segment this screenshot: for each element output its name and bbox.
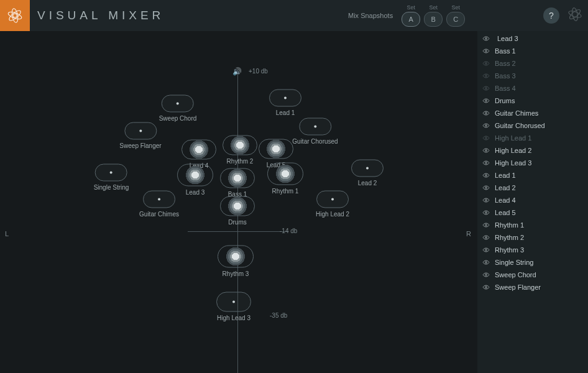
visibility-eye-icon[interactable] — [482, 85, 490, 92]
visibility-eye-icon[interactable] — [482, 172, 490, 179]
track-node[interactable]: Rhythm 2 — [223, 136, 257, 165]
snapshot-a-button[interactable]: A — [402, 12, 420, 27]
visibility-eye-icon[interactable] — [482, 72, 490, 80]
track-node[interactable]: Sweep Flanger — [119, 122, 161, 149]
track-node[interactable]: Drums — [220, 196, 255, 226]
track-node-puck[interactable] — [162, 95, 194, 113]
track-node-label: Drums — [220, 219, 255, 226]
pan-right-label: R — [466, 230, 471, 237]
track-node[interactable]: Rhythm 3 — [218, 246, 254, 277]
visibility-eye-icon[interactable] — [482, 147, 490, 154]
track-list-item[interactable]: Sweep Chord — [477, 269, 588, 281]
track-node-puck[interactable] — [299, 118, 331, 136]
track-node-label: Sweep Flanger — [119, 142, 161, 149]
visibility-eye-icon[interactable] — [482, 60, 490, 67]
track-list-item[interactable]: Guitar Chimes — [477, 107, 588, 119]
visibility-eye-icon[interactable] — [482, 184, 490, 191]
node-dot-icon — [158, 198, 160, 201]
track-node-label: High Lead 3 — [216, 315, 251, 321]
track-node-puck[interactable] — [316, 191, 349, 208]
visibility-eye-icon[interactable] — [482, 122, 490, 129]
track-node-puck[interactable] — [220, 196, 255, 216]
snapshot-slots: Set A Set B Set C — [402, 4, 465, 27]
track-list-item[interactable]: Lead 3 — [477, 32, 588, 45]
snapshot-set-label: Set — [407, 4, 415, 11]
visibility-eye-icon[interactable] — [482, 246, 490, 254]
visibility-eye-icon[interactable] — [482, 109, 490, 117]
track-node[interactable]: Lead 2 — [351, 160, 384, 186]
svg-point-20 — [485, 200, 487, 201]
track-list-panel: Lead 3Bass 1Bass 2Bass 3Bass 4DrumsGuita… — [477, 31, 588, 373]
visibility-eye-icon[interactable] — [482, 221, 490, 229]
track-node-puck[interactable] — [269, 90, 301, 107]
track-node-puck[interactable] — [267, 163, 303, 185]
track-node[interactable]: Rhythm 1 — [267, 163, 303, 195]
svg-point-15 — [485, 137, 487, 139]
track-node-puck[interactable] — [218, 246, 254, 268]
track-list-item[interactable]: Single String — [477, 256, 588, 269]
track-list-item[interactable]: High Lead 2 — [477, 144, 588, 157]
track-list-item[interactable]: Lead 5 — [477, 206, 588, 219]
track-node-puck[interactable] — [259, 139, 293, 159]
visibility-eye-icon[interactable] — [482, 283, 490, 291]
track-node[interactable]: Guitar Chorused — [292, 118, 338, 145]
visibility-eye-icon[interactable] — [482, 234, 490, 241]
track-list-item[interactable]: Rhythm 3 — [477, 244, 588, 256]
track-node-puck[interactable] — [124, 122, 157, 140]
track-list-item[interactable]: Rhythm 2 — [477, 231, 588, 244]
track-list-item[interactable]: Bass 3 — [477, 70, 588, 82]
visibility-eye-icon[interactable] — [482, 259, 490, 266]
track-list-item[interactable]: Lead 1 — [477, 169, 588, 182]
help-button[interactable]: ? — [543, 7, 559, 24]
visibility-eye-icon[interactable] — [482, 196, 490, 204]
track-node-puck[interactable] — [216, 292, 251, 312]
track-node-puck[interactable] — [223, 136, 257, 155]
track-node[interactable]: Lead 3 — [177, 164, 213, 196]
visibility-eye-icon[interactable] — [482, 209, 490, 216]
track-node-puck[interactable] — [351, 160, 384, 177]
visibility-eye-icon[interactable] — [482, 97, 490, 104]
track-list-item[interactable]: Bass 4 — [477, 82, 588, 94]
track-list-item[interactable]: Sweep Flanger — [477, 281, 588, 293]
mixer-stage[interactable]: L R 🔊 +10 db -14 db -35 db 🔇 -60 db Swee… — [0, 31, 477, 373]
visibility-eye-icon[interactable] — [482, 159, 490, 167]
track-name: Lead 1 — [495, 172, 516, 179]
track-node[interactable]: Sweep Chord — [159, 95, 197, 122]
track-list-item[interactable]: High Lead 3 — [477, 157, 588, 169]
track-list-item[interactable]: Bass 1 — [477, 45, 588, 57]
track-list-item[interactable]: Lead 2 — [477, 182, 588, 194]
track-node-puck[interactable] — [143, 191, 175, 208]
izotope-menu-icon[interactable] — [567, 6, 583, 25]
snapshot-c-button[interactable]: C — [446, 12, 465, 27]
visibility-eye-icon[interactable] — [482, 271, 490, 279]
track-list-item[interactable]: Guitar Chorused — [477, 119, 588, 132]
snapshot-b-button[interactable]: B — [424, 12, 443, 27]
app-title: VISUAL MIXER — [37, 9, 164, 22]
track-list-item[interactable]: High Lead 1 — [477, 132, 588, 144]
track-node[interactable]: High Lead 3 — [216, 292, 251, 321]
track-node-puck[interactable] — [220, 168, 255, 188]
track-name: Bass 2 — [495, 60, 516, 67]
speaker-max-icon: 🔊 — [232, 67, 242, 76]
track-node-puck[interactable] — [181, 140, 216, 160]
track-node-puck[interactable] — [95, 164, 127, 182]
visibility-eye-icon[interactable] — [482, 47, 490, 55]
track-node[interactable]: High Lead 2 — [316, 191, 349, 218]
track-node[interactable]: Lead 1 — [269, 90, 301, 116]
svg-point-19 — [485, 187, 487, 189]
track-list-item[interactable]: Lead 4 — [477, 194, 588, 206]
track-list-item[interactable]: Drums — [477, 94, 588, 107]
track-node[interactable]: Guitar Chimes — [139, 191, 179, 218]
track-name: Single String — [495, 259, 533, 266]
center-axis-horizontal — [188, 231, 287, 232]
track-list-item[interactable]: Bass 2 — [477, 57, 588, 70]
track-list-item[interactable]: Rhythm 1 — [477, 219, 588, 231]
visibility-eye-icon[interactable] — [482, 35, 490, 42]
visibility-eye-icon[interactable] — [482, 134, 490, 142]
track-node[interactable]: Bass 1 — [220, 168, 255, 198]
track-node-puck[interactable] — [177, 164, 213, 186]
track-node[interactable]: Single String — [94, 164, 129, 191]
db-top-label: +10 db — [249, 68, 268, 75]
track-name: Sweep Flanger — [495, 283, 541, 291]
track-node-label: High Lead 2 — [316, 211, 349, 218]
